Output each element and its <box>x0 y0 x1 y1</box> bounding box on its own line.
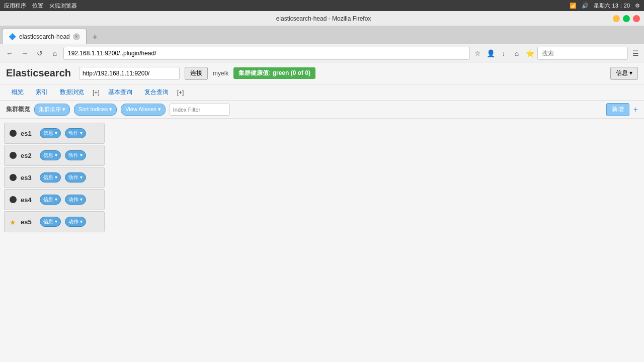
node-master-icon: ★ <box>10 218 17 225</box>
settings-icon[interactable]: ⚙ <box>635 3 640 9</box>
pocket-button[interactable]: ⭐ <box>524 48 535 59</box>
node-item: es1信息 ▾动作 ▾ <box>4 123 105 144</box>
volume-icon[interactable]: 🔊 <box>582 3 589 9</box>
node-action-button[interactable]: 动作 ▾ <box>65 195 86 205</box>
node-item: es4信息 ▾动作 ▾ <box>4 189 105 210</box>
tab-bar: 🔷 elasticsearch-head × + <box>0 26 644 44</box>
new-index-button[interactable]: 新增 <box>606 103 629 116</box>
node-action-button[interactable]: 动作 ▾ <box>65 150 86 160</box>
tab-close-button[interactable]: × <box>73 33 80 40</box>
node-info-button[interactable]: 信息 ▾ <box>40 217 61 227</box>
app-menu[interactable]: 应用程序 <box>4 2 26 10</box>
node-dot-icon <box>10 152 17 159</box>
node-dot-icon <box>10 196 17 203</box>
nav-right: ☆ 👤 ↓ ⌂ ⭐ ☰ <box>472 47 641 60</box>
es-connect-button[interactable]: 连接 <box>185 67 208 80</box>
node-item: ★es5信息 ▾动作 ▾ <box>4 211 105 232</box>
tab-indices[interactable]: 索引 <box>30 86 53 99</box>
home-button[interactable]: ⌂ <box>48 47 61 60</box>
tab-extra2[interactable]: [+] <box>175 89 186 96</box>
tab-label: elasticsearch-head <box>19 33 70 40</box>
node-name: es1 <box>21 130 36 137</box>
address-bar[interactable] <box>63 47 470 60</box>
home-button-2[interactable]: ⌂ <box>511 48 522 59</box>
tab-basic-query[interactable]: 基本查询 <box>103 86 138 99</box>
node-info-button[interactable]: 信息 ▾ <box>40 150 61 160</box>
index-filter-input[interactable] <box>170 104 230 116</box>
forward-button[interactable]: → <box>18 47 31 60</box>
window-controls <box>613 15 640 22</box>
cluster-toolbar: 集群概览 集群排序 ▾ Sort Indices ▾ View Aliases … <box>0 101 644 119</box>
os-topbar-left: 应用程序 位置 火狐浏览器 <box>4 2 77 10</box>
node-item: es3信息 ▾动作 ▾ <box>4 167 105 188</box>
node-action-button[interactable]: 动作 ▾ <box>65 217 86 227</box>
reload-button[interactable]: ↺ <box>33 47 46 60</box>
node-action-button[interactable]: 动作 ▾ <box>65 128 86 138</box>
browser-tab-elasticsearch[interactable]: 🔷 elasticsearch-head × <box>2 29 87 44</box>
node-name: es3 <box>21 174 36 182</box>
tab-extra1[interactable]: [+] <box>91 89 102 96</box>
places-menu[interactable]: 位置 <box>32 2 43 10</box>
nav-bar: ← → ↺ ⌂ ☆ 👤 ↓ ⌂ ⭐ ☰ <box>0 44 644 62</box>
node-info-button[interactable]: 信息 ▾ <box>40 128 61 138</box>
node-list: es1信息 ▾动作 ▾es2信息 ▾动作 ▾es3信息 ▾动作 ▾es4信息 ▾… <box>4 123 640 232</box>
node-name: es5 <box>21 218 36 226</box>
node-item: es2信息 ▾动作 ▾ <box>4 145 105 166</box>
clock: 星期六 13：20 <box>594 2 630 10</box>
sort-indices-button[interactable]: Sort Indices ▾ <box>74 104 117 116</box>
firefox-window: elasticsearch-head - Mozilla Firefox 🔷 e… <box>0 11 644 362</box>
es-node-label: myelk <box>213 70 228 77</box>
user-button[interactable]: 👤 <box>485 48 496 59</box>
new-index-icon: + <box>633 105 638 114</box>
tab-compound-query[interactable]: 复合查询 <box>139 86 174 99</box>
search-input[interactable] <box>537 47 628 60</box>
os-topbar: 应用程序 位置 火狐浏览器 📶 🔊 星期六 13：20 ⚙ <box>0 0 644 11</box>
main-content: es1信息 ▾动作 ▾es2信息 ▾动作 ▾es3信息 ▾动作 ▾es4信息 ▾… <box>0 119 644 362</box>
es-title: Elasticsearch <box>6 67 71 79</box>
close-button[interactable] <box>633 15 640 22</box>
node-info-button[interactable]: 信息 ▾ <box>40 172 61 183</box>
download-button[interactable]: ↓ <box>498 48 509 59</box>
es-nav-tabs: 概览 索引 数据浏览 [+] 基本查询 复合查询 [+] <box>0 84 644 101</box>
browser-menu[interactable]: 火狐浏览器 <box>49 2 77 10</box>
node-info-button[interactable]: 信息 ▾ <box>40 195 61 205</box>
tab-favicon: 🔷 <box>9 33 16 40</box>
new-tab-button[interactable]: + <box>89 31 102 44</box>
window-title: elasticsearch-head - Mozilla Firefox <box>34 15 613 22</box>
es-status-badge: 集群健康值: green (0 of 0) <box>233 67 315 79</box>
network-icon[interactable]: 📶 <box>570 3 577 9</box>
es-header: Elasticsearch 连接 myelk 集群健康值: green (0 o… <box>0 62 644 84</box>
os-topbar-right: 📶 🔊 星期六 13：20 ⚙ <box>570 2 640 10</box>
menu-button[interactable]: ☰ <box>630 48 641 59</box>
tab-overview[interactable]: 概览 <box>6 86 29 99</box>
node-dot-icon <box>10 130 17 137</box>
es-info-button[interactable]: 信息 ▾ <box>610 67 638 80</box>
node-name: es4 <box>21 196 36 204</box>
back-button[interactable]: ← <box>3 47 16 60</box>
maximize-button[interactable] <box>623 15 630 22</box>
bookmark-button[interactable]: ☆ <box>472 48 483 59</box>
minimize-button[interactable] <box>613 15 620 22</box>
es-url-input[interactable] <box>79 67 180 80</box>
node-dot-icon <box>10 174 17 181</box>
tab-data-browse[interactable]: 数据浏览 <box>54 86 90 99</box>
title-bar: elasticsearch-head - Mozilla Firefox <box>0 11 644 26</box>
cluster-label: 集群概览 <box>6 105 30 114</box>
node-name: es2 <box>21 152 36 159</box>
view-aliases-button[interactable]: View Aliases ▾ <box>121 104 166 116</box>
sort-cluster-button[interactable]: 集群排序 ▾ <box>34 104 70 116</box>
node-action-button[interactable]: 动作 ▾ <box>65 172 86 183</box>
